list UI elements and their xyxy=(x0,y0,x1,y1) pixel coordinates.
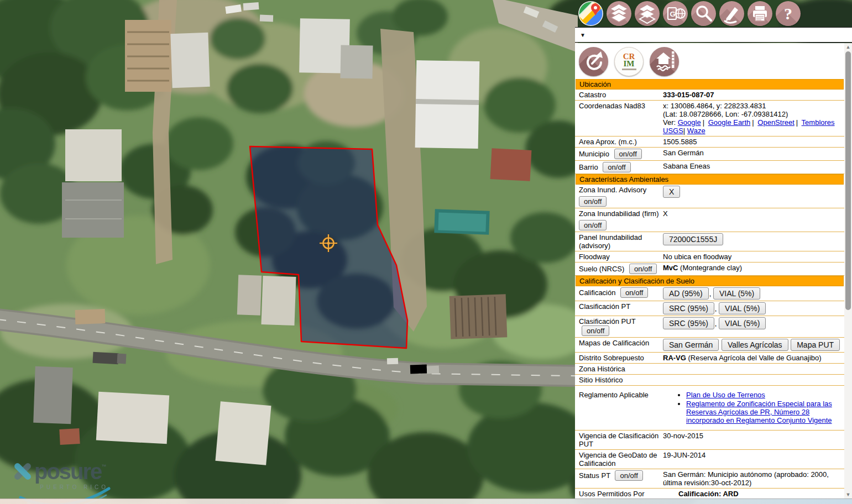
panel-inundabilidad-button[interactable]: 72000C1555J xyxy=(663,233,723,245)
row-barrio: Barrio on/off Sabana Eneas xyxy=(575,161,844,174)
row-mapas: Mapas de Calificación San Germán Valles … xyxy=(575,338,844,353)
link-openstreet[interactable]: OpenStreet xyxy=(757,118,794,127)
row-panel-inundabilidad: Panel Inundabilidad (advisory) 72000C155… xyxy=(575,232,844,251)
calificacion-onoff-button[interactable]: on/off xyxy=(620,287,648,298)
link-waze[interactable]: Waze xyxy=(687,127,705,135)
clasificacion-pt-src-button[interactable]: SRC (95%) xyxy=(663,302,714,314)
link-plan-uso-terrenos[interactable]: Plan de Uso de Terrenos xyxy=(686,391,765,399)
gis-globe-icon[interactable]: G xyxy=(663,1,688,26)
mapas-label: Mapas de Calificación xyxy=(579,339,660,347)
row-vigencia-put: Vigencia de Clasificación PUT 30-nov-201… xyxy=(575,431,844,450)
watermark-tm: ™ xyxy=(101,464,106,469)
clasificacion-pt-label: Clasificación PT xyxy=(579,302,660,311)
clasificacion-put-vial-button[interactable]: VIAL (5%) xyxy=(719,317,766,329)
panel-scrollbar[interactable]: ▲ ▼ xyxy=(844,43,852,498)
panel-inundabilidad-label: Panel Inundabilidad (advisory) xyxy=(579,233,660,250)
help-glyph: ? xyxy=(784,4,792,23)
crim-logo-icon[interactable]: CR IM xyxy=(614,47,644,76)
collapse-arrow[interactable]: ▼ xyxy=(580,32,586,38)
municipio-label: Municipio xyxy=(579,150,609,158)
zona-firm-value: X xyxy=(660,209,842,218)
vigencia-geodato-value: 19-JUN-2014 xyxy=(660,451,842,459)
mapa-san-german-button[interactable]: San Germán xyxy=(663,339,719,351)
coordenadas-label: Coordenadas Nad83 xyxy=(579,102,660,110)
distrito-label: Distrito Sobrepuesto xyxy=(579,354,660,362)
gis-viewer: posure ™ PUERTO RICO xyxy=(0,0,852,504)
map-toolbar: G xyxy=(575,0,852,27)
calificacion-vial-button[interactable]: VIAL (5%) xyxy=(713,287,760,300)
crim-logo-bottom: IM xyxy=(624,60,635,67)
layers-icon[interactable] xyxy=(607,1,631,26)
panel-collapse-bar: ▼ xyxy=(575,27,852,43)
row-zona-firm: Zona Inundabilidad (firm) on/off X xyxy=(575,208,844,232)
section-ubicacion: Ubicación xyxy=(576,79,844,90)
distrito-desc: (Reserva Agrícola del Valle de Guanajibo… xyxy=(686,354,822,362)
suelo-desc: (Montegrande clay) xyxy=(678,264,742,272)
sitio-historico-label: Sitio Histórico xyxy=(579,376,660,384)
status-pt-label: Status PT xyxy=(579,471,610,480)
row-area: Area Aprox. (m.c.) 1505.5885 xyxy=(575,136,844,148)
row-catastro: Catastro 333-015-087-07 xyxy=(575,90,844,101)
catastro-value: 333-015-087-07 xyxy=(660,91,842,99)
row-calificacion: Calificación on/off AD (95%), VIAL (5%) xyxy=(575,286,844,301)
row-zona-advisory: Zona Inund. Advisory on/off X xyxy=(575,185,844,208)
scroll-up-arrow[interactable]: ▲ xyxy=(844,43,852,51)
clasificacion-put-label: Clasificación PUT xyxy=(579,317,635,326)
scroll-down-arrow[interactable]: ▼ xyxy=(844,491,852,498)
row-sitio-historico: Sitio Histórico xyxy=(575,375,844,386)
row-vigencia-geodato: Vigencia de GeoDato de Calificación 19-J… xyxy=(575,450,844,469)
municipio-value: San Germán xyxy=(660,149,842,157)
zona-historica-label: Zona Histórica xyxy=(579,365,660,373)
google-maps-icon[interactable] xyxy=(578,1,603,26)
external-link-icon[interactable] xyxy=(579,47,608,76)
suelo-onoff-button[interactable]: on/off xyxy=(629,264,657,274)
vigencia-put-label: Vigencia de Clasificación PUT xyxy=(579,432,660,448)
help-icon[interactable]: ? xyxy=(776,1,801,26)
link-google-earth[interactable]: Google Earth xyxy=(708,118,751,127)
calificacion-label: Calificación xyxy=(579,288,615,297)
barrio-onoff-button[interactable]: on/off xyxy=(603,162,630,172)
row-clasificacion-put: Clasificación PUT on/off SRC (95%), VIAL… xyxy=(575,316,844,338)
floodway-value: No ubica en floodway xyxy=(660,253,842,261)
xposure-x-icon xyxy=(11,460,34,483)
print-icon[interactable] xyxy=(748,1,772,26)
mapa-put-button[interactable]: Mapa PUT xyxy=(791,339,840,351)
status-pt-onoff-button[interactable]: on/off xyxy=(615,470,642,481)
mapa-valles-agricolas-button[interactable]: Valles Agrícolas xyxy=(722,339,788,351)
municipio-onoff-button[interactable]: on/off xyxy=(614,149,642,159)
link-google[interactable]: Google xyxy=(678,118,701,127)
area-label: Area Aprox. (m.c.) xyxy=(579,138,660,146)
zona-advisory-onoff-button[interactable]: on/off xyxy=(579,196,607,207)
clasificacion-put-src-button[interactable]: SRC (95%) xyxy=(663,317,714,329)
row-zona-historica: Zona Histórica xyxy=(575,364,844,375)
usos-label: Usos Permitidos Por Reglamento xyxy=(579,490,660,498)
row-status-pt: Status PT on/off San Germán: Municipio a… xyxy=(575,469,844,489)
section-ambientales: Características Ambientales xyxy=(576,174,844,185)
layers-alt-icon[interactable] xyxy=(635,1,660,26)
row-municipio: Municipio on/off San Germán xyxy=(575,148,844,161)
clasificacion-pt-vial-button[interactable]: VIAL (5%) xyxy=(719,302,766,314)
vigencia-geodato-label: Vigencia de GeoDato de Calificación xyxy=(579,451,660,468)
zona-advisory-value-button[interactable]: X xyxy=(663,186,680,198)
xposure-watermark: posure ™ PUERTO RICO xyxy=(11,460,138,490)
zona-firm-onoff-button[interactable]: on/off xyxy=(579,220,607,230)
watermark-brand: posure xyxy=(34,460,101,482)
svg-text:G: G xyxy=(670,10,676,18)
flood-zone-icon[interactable] xyxy=(650,47,679,76)
link-reglamento-zonificacion[interactable]: Reglamento de Zonificación Especial para… xyxy=(686,400,832,424)
zona-advisory-label: Zona Inund. Advisory xyxy=(579,186,660,194)
vigencia-put-value: 30-nov-2015 xyxy=(660,432,842,440)
floodway-label: Floodway xyxy=(579,253,660,261)
row-floodway: Floodway No ubica en floodway xyxy=(575,251,844,262)
suelo-code: MvC xyxy=(663,264,678,272)
scrollbar-thumb[interactable] xyxy=(845,51,851,310)
search-icon[interactable] xyxy=(691,1,716,26)
row-distrito: Distrito Sobrepuesto RA-VG (Reserva Agrí… xyxy=(575,353,844,364)
coordenadas-xy: x: 130086.4864, y: 228233.4831 xyxy=(663,102,842,110)
calificacion-ad-button[interactable]: AD (95%) xyxy=(663,287,709,300)
draw-icon[interactable] xyxy=(719,1,744,26)
catastro-label: Catastro xyxy=(579,91,660,99)
status-pt-value: San Germán: Municipio autónomo (aprobado… xyxy=(660,470,842,487)
zona-firm-label: Zona Inundabilidad (firm) xyxy=(579,209,660,218)
clasificacion-put-onoff-button[interactable]: on/off xyxy=(582,326,609,336)
